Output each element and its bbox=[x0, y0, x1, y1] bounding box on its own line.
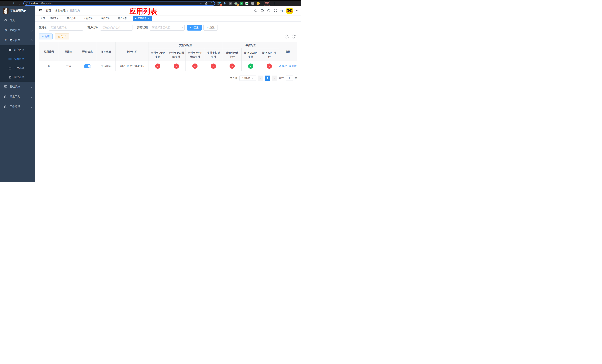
delete-link[interactable]: 删除 bbox=[289, 64, 297, 68]
next-page-button[interactable] bbox=[272, 75, 277, 81]
fullscreen-icon[interactable] bbox=[274, 9, 277, 12]
sidebar-item-label: 基础设施 bbox=[10, 85, 20, 88]
refresh-icon bbox=[293, 35, 296, 38]
address-bar[interactable]: localhost :1024/pay/app bbox=[23, 1, 215, 6]
close-icon[interactable] bbox=[128, 17, 130, 20]
sidebar-item-refund-order[interactable]: 退款订单 bbox=[0, 73, 35, 82]
close-icon[interactable] bbox=[94, 17, 96, 20]
tab-refund-order[interactable]: 退款订单 bbox=[99, 16, 115, 21]
refresh-icon bbox=[206, 26, 209, 29]
close-icon[interactable] bbox=[148, 17, 150, 20]
search-button[interactable]: 搜索 bbox=[187, 25, 202, 31]
refresh-table-button[interactable] bbox=[292, 34, 297, 39]
extension-row: 10 1 y bbox=[217, 2, 260, 5]
close-icon[interactable] bbox=[111, 17, 113, 20]
sidebar-item-app-info[interactable]: 应用信息 bbox=[0, 54, 35, 64]
col-header-app-name: 应用名 bbox=[59, 42, 78, 61]
tab-home[interactable]: 首页 bbox=[39, 16, 47, 21]
status-alipay-pc: × bbox=[174, 64, 179, 69]
breadcrumb: 首页 支付管理 应用信息 bbox=[46, 9, 80, 12]
gear-icon bbox=[4, 29, 8, 32]
sidebar-item-merchant-info[interactable]: 商户信息 bbox=[0, 45, 35, 54]
toggle-search-button[interactable] bbox=[285, 34, 290, 39]
sidebar-item-system[interactable]: 系统管理 bbox=[0, 25, 35, 35]
sidebar-item-devtools[interactable]: 研发工具 bbox=[0, 92, 35, 102]
user-menu-caret-icon[interactable] bbox=[296, 10, 298, 11]
browser-forward-button[interactable] bbox=[7, 1, 11, 5]
extension-kite-icon[interactable] bbox=[223, 2, 226, 5]
search-icon[interactable] bbox=[254, 9, 257, 12]
tab-pay-order[interactable]: 支付订单 bbox=[82, 16, 98, 21]
close-icon[interactable] bbox=[60, 17, 62, 20]
sidebar-item-home[interactable]: 首页 bbox=[0, 15, 35, 25]
sidebar-item-workflow[interactable]: 工作流程 bbox=[0, 102, 35, 112]
tab-process-form[interactable]: 流程表单 bbox=[48, 16, 64, 21]
extension-sidebar-icon[interactable]: 10 bbox=[217, 2, 221, 5]
col-header-alipay-qr: 支付宝扫码支付 bbox=[204, 48, 223, 61]
col-header-wx-mini: 微信小程序支付 bbox=[223, 48, 241, 61]
sidebar-item-pay-order[interactable]: 支付订单 bbox=[0, 64, 35, 73]
password-key-icon[interactable] bbox=[200, 2, 203, 5]
user-avatar[interactable] bbox=[286, 8, 293, 14]
prev-page-button[interactable] bbox=[258, 75, 263, 81]
breadcrumb-section: 支付管理 bbox=[55, 9, 65, 12]
page-unit-label: 页 bbox=[295, 76, 297, 80]
filter-form: 应用名 商户名称 开启状态 请选择开启状态 搜索 重置 bbox=[39, 25, 297, 31]
extension-y-icon[interactable]: y bbox=[240, 2, 243, 5]
edit-link[interactable]: 修改 bbox=[279, 64, 287, 68]
app-logo-row[interactable]: 芋道管理系统 bbox=[0, 6, 35, 15]
toolbar: 新增 导出 bbox=[39, 33, 297, 39]
reset-button[interactable]: 重置 bbox=[204, 25, 218, 31]
extension-chat-icon[interactable] bbox=[245, 2, 249, 5]
merchant-name-input[interactable] bbox=[100, 25, 133, 31]
collapse-sidebar-icon[interactable] bbox=[39, 9, 43, 13]
tab-user-group[interactable]: 用户分组 bbox=[65, 16, 81, 21]
page-content: 应用名 商户名称 开启状态 请选择开启状态 搜索 重置 bbox=[35, 22, 301, 182]
help-icon[interactable] bbox=[267, 9, 271, 12]
extension-emoji-icon[interactable] bbox=[256, 2, 260, 5]
browser-update-button[interactable]: 更新 bbox=[263, 1, 271, 6]
status-select[interactable]: 请选择开启状态 bbox=[150, 25, 184, 31]
export-button[interactable]: 导出 bbox=[55, 33, 69, 39]
browser-back-button[interactable] bbox=[2, 1, 6, 5]
table-row: 6 芋道 芋道源码 2021-10-23 08:49:25 × × × × × … bbox=[39, 61, 297, 71]
goto-page-input[interactable] bbox=[286, 75, 293, 81]
add-button[interactable]: 新增 bbox=[39, 33, 53, 39]
coin-icon bbox=[8, 66, 12, 70]
extension-badge-orange: 1 bbox=[237, 4, 239, 6]
browser-menu-button[interactable] bbox=[273, 2, 275, 5]
enabled-toggle[interactable] bbox=[84, 64, 91, 68]
bookmark-star-icon[interactable] bbox=[210, 2, 213, 5]
search-icon bbox=[286, 35, 289, 38]
status-alipay-app: × bbox=[155, 64, 160, 69]
col-header-status: 开启状态 bbox=[78, 42, 97, 61]
sidebar-item-payment[interactable]: ¥ 支付管理 bbox=[0, 35, 35, 45]
page-size-select[interactable]: 10条/页 bbox=[239, 75, 256, 81]
col-group-alipay: 支付宝配置 bbox=[149, 42, 223, 48]
status-alipay-qr: × bbox=[211, 64, 216, 69]
chevron-down-icon bbox=[252, 77, 253, 79]
extensions-puzzle-icon[interactable] bbox=[251, 2, 254, 5]
browser-home-button[interactable] bbox=[17, 1, 22, 5]
tab-app-info[interactable]: 应用信息 bbox=[133, 16, 152, 21]
sidebar-item-label: 首页 bbox=[10, 19, 15, 22]
status-wx-mini: × bbox=[230, 64, 235, 69]
tab-merchant-info[interactable]: 商户信息 bbox=[116, 16, 132, 21]
app-name-input[interactable] bbox=[49, 25, 83, 31]
close-icon[interactable] bbox=[77, 17, 79, 20]
app-table: 应用编号 应用名 开启状态 商户名称 创建时间 支付宝配置 微信配置 操作 支付… bbox=[39, 42, 297, 71]
navbar-actions: TT bbox=[254, 8, 298, 14]
col-header-alipay-app: 支付宝 APP 支付 bbox=[149, 48, 167, 61]
extension-command-icon[interactable] bbox=[229, 2, 232, 5]
page-number-button[interactable]: 1 bbox=[265, 75, 270, 81]
breadcrumb-home[interactable]: 首页 bbox=[46, 9, 51, 12]
site-info-icon[interactable] bbox=[26, 2, 28, 5]
github-icon[interactable] bbox=[260, 9, 264, 12]
sidebar-item-infra[interactable]: 基础设施 bbox=[0, 82, 35, 92]
share-icon[interactable] bbox=[205, 2, 208, 5]
browser-reload-button[interactable] bbox=[12, 1, 16, 5]
extension-recorder-icon[interactable]: 1 bbox=[234, 2, 237, 5]
font-size-icon[interactable]: TT bbox=[280, 9, 283, 12]
payment-submenu: 商户信息 应用信息 支付订单 退款订单 bbox=[0, 45, 35, 82]
pagination-total: 共 1 条 bbox=[230, 76, 237, 80]
